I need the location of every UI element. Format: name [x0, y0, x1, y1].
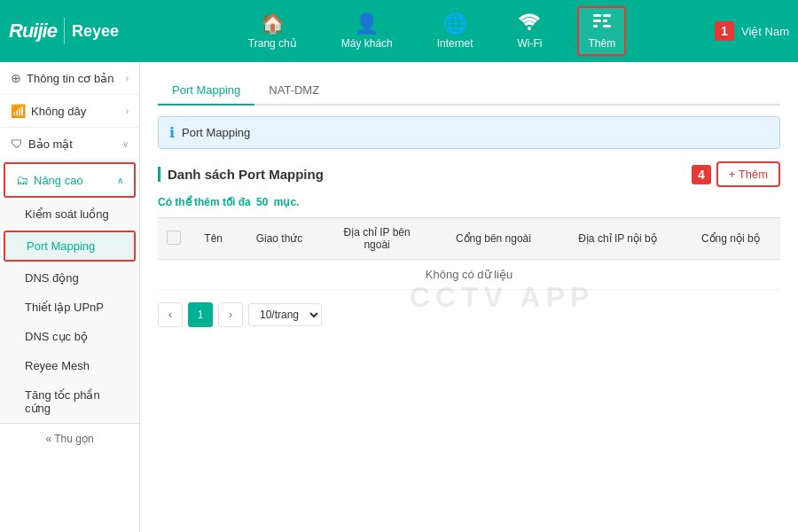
table-header-row: Tên Giao thức Địa chỉ IP bênngoài Cổng b… — [158, 218, 780, 260]
prev-page-button[interactable]: ‹ — [158, 302, 183, 327]
next-page-button[interactable]: › — [218, 302, 243, 327]
max-items-note: Có thể thêm tối đa 50 mục. — [158, 196, 780, 208]
max-items-prefix: Có thể thêm tối đa — [158, 196, 251, 208]
top-navigation: Ruijie Reyee 🏠 Trang chủ 👤 Máy khách 🌐 I… — [0, 0, 798, 62]
wireless-icon: 📶 — [11, 104, 26, 118]
sidebar-item-thiet-lap-upnp[interactable]: Thiết lập UPnP — [0, 293, 139, 322]
th-ten-label: Tên — [204, 232, 223, 245]
info-icon: ℹ — [169, 124, 175, 141]
data-table: Tên Giao thức Địa chỉ IP bênngoài Cổng b… — [158, 217, 780, 290]
sidebar-section-khong-day: 📶 Không dây › — [0, 95, 139, 128]
svg-rect-1 — [593, 14, 601, 17]
info-banner: ℹ Port Mapping — [158, 116, 780, 149]
no-data-cell: Không có dữ liệu — [158, 260, 780, 290]
nav-them-label: Thêm — [588, 37, 615, 50]
th-cong-ngoai: Cổng bên ngoài — [433, 218, 555, 260]
sidebar-section-bao-mat: 🛡 Bảo mật ∨ — [0, 128, 139, 160]
add-badge: 4 — [692, 165, 711, 184]
shield-icon: 🛡 — [11, 137, 23, 151]
add-button-label: + Thêm — [729, 168, 768, 181]
sidebar-item-dns-cuc-bo[interactable]: DNS cục bộ — [0, 322, 139, 351]
nav-wifi[interactable]: Wi-Fi — [508, 8, 551, 54]
user-icon: 👤 — [355, 12, 379, 35]
content-area: CCTV APP Port Mapping NAT-DMZ ℹ Port Map… — [140, 62, 798, 532]
home-icon: 🏠 — [261, 12, 285, 35]
sidebar-section-thong-tin: ⊕ Thông tin cơ bản › — [0, 62, 139, 95]
list-title-wrapper: Danh sách Port Mapping — [158, 167, 324, 182]
nav-trang-chu[interactable]: 🏠 Trang chủ — [239, 8, 306, 54]
chevron-up-icon: ∧ — [117, 176, 123, 185]
th-giao-thuc: Giao thức — [237, 218, 321, 260]
th-dia-chi-ip-noi-bo-label: Địa chỉ IP nội bộ — [578, 232, 656, 245]
sidebar-item-tang-toc-phan-cung[interactable]: Tăng tốc phần cứng — [0, 380, 139, 423]
port-mapping-bordered: Port Mapping — [4, 231, 136, 262]
advanced-icon: 🗂 — [16, 173, 28, 187]
no-data-row: Không có dữ liệu — [158, 260, 780, 290]
tab-bar: Port Mapping NAT-DMZ — [158, 76, 780, 106]
nang-cao-group-bordered: 🗂 Nâng cao ∧ — [4, 162, 136, 198]
add-button[interactable]: + Thêm — [716, 161, 780, 187]
per-page-select[interactable]: 10/trang — [248, 303, 322, 326]
th-ten: Tên — [190, 218, 237, 260]
svg-point-0 — [528, 27, 531, 30]
chevron-down-icon: ∨ — [122, 139, 129, 149]
svg-rect-6 — [603, 25, 611, 27]
tab-port-mapping-label: Port Mapping — [172, 83, 240, 97]
wifi-icon — [519, 12, 540, 35]
notification-badge[interactable]: 1 — [715, 21, 734, 41]
sidebar-khong-day-label: Không dây — [31, 105, 86, 118]
current-page-label: 1 — [198, 309, 204, 321]
max-items-suffix: mục. — [274, 196, 300, 208]
tab-nat-dmz-label: NAT-DMZ — [269, 83, 319, 97]
sidebar-item-nang-cao[interactable]: 🗂 Nâng cao ∧ — [5, 164, 134, 196]
sidebar-item-kiem-soat-luong[interactable]: Kiểm soát luồng — [0, 200, 139, 229]
sidebar-item-port-mapping[interactable]: Port Mapping — [5, 232, 134, 260]
collapse-label: « Thu gọn — [45, 433, 93, 445]
sidebar-thong-tin-label: Thông tin cơ bản — [27, 72, 113, 85]
dns-dong-label: DNS động — [25, 271, 79, 285]
nav-right: 1 Việt Nam — [715, 21, 789, 41]
logo-reyee: Reyee — [72, 22, 119, 41]
th-cong-ngoai-label: Cổng bên ngoài — [456, 232, 531, 245]
nav-may-khach[interactable]: 👤 Máy khách — [332, 8, 402, 54]
sidebar-item-khong-day[interactable]: 📶 Không dây › — [0, 95, 139, 127]
prev-icon: ‹ — [168, 309, 172, 321]
chevron-right-icon: › — [126, 74, 129, 83]
sidebar-collapse-button[interactable]: « Thu gọn — [0, 423, 139, 454]
nang-cao-submenu: Kiểm soát luồng Port Mapping DNS động Th… — [0, 200, 139, 423]
svg-rect-5 — [593, 25, 598, 27]
port-mapping-label: Port Mapping — [27, 239, 95, 253]
pagination: ‹ 1 › 10/trang — [158, 302, 780, 327]
nav-trang-chu-label: Trang chủ — [248, 37, 297, 50]
sidebar-item-dns-dong[interactable]: DNS động — [0, 263, 139, 293]
sidebar-item-reyee-mesh[interactable]: Reyee Mesh — [0, 351, 139, 380]
nav-them[interactable]: Thêm — [577, 6, 626, 56]
nav-internet[interactable]: 🌐 Internet — [428, 8, 482, 54]
info-banner-text: Port Mapping — [182, 126, 250, 139]
sidebar-item-thong-tin-co-ban[interactable]: ⊕ Thông tin cơ bản › — [0, 62, 139, 94]
th-checkbox — [158, 218, 190, 260]
kiem-soat-luong-label: Kiểm soát luồng — [25, 207, 109, 221]
max-items-count: 50 — [256, 196, 268, 208]
svg-rect-4 — [603, 20, 607, 22]
th-cong-noi-bo: Cổng nội bộ — [681, 218, 780, 260]
user-region: Việt Nam — [741, 25, 789, 38]
list-title: Danh sách Port Mapping — [158, 167, 324, 182]
nav-internet-label: Internet — [437, 37, 473, 50]
th-giao-thuc-label: Giao thức — [256, 232, 303, 245]
th-dia-chi-ip-ngoai: Địa chỉ IP bênngoài — [322, 218, 433, 260]
current-page-button[interactable]: 1 — [188, 302, 213, 327]
nav-may-khach-label: Máy khách — [341, 37, 393, 50]
tab-nat-dmz[interactable]: NAT-DMZ — [254, 76, 333, 106]
nav-wifi-label: Wi-Fi — [517, 37, 542, 50]
sidebar: ⊕ Thông tin cơ bản › 📶 Không dây › 🛡 Bảo… — [0, 62, 140, 532]
more-icon — [591, 12, 613, 35]
select-all-checkbox[interactable] — [167, 231, 181, 245]
sidebar-bao-mat-label: Bảo mật — [28, 137, 73, 151]
sidebar-item-bao-mat[interactable]: 🛡 Bảo mật ∨ — [0, 128, 139, 160]
dns-cuc-bo-label: DNS cục bộ — [25, 330, 88, 343]
info-circle-icon: ⊕ — [11, 71, 21, 85]
tab-port-mapping[interactable]: Port Mapping — [158, 76, 254, 106]
logo-divider — [64, 18, 65, 44]
logo-area: Ruijie Reyee — [9, 18, 151, 44]
